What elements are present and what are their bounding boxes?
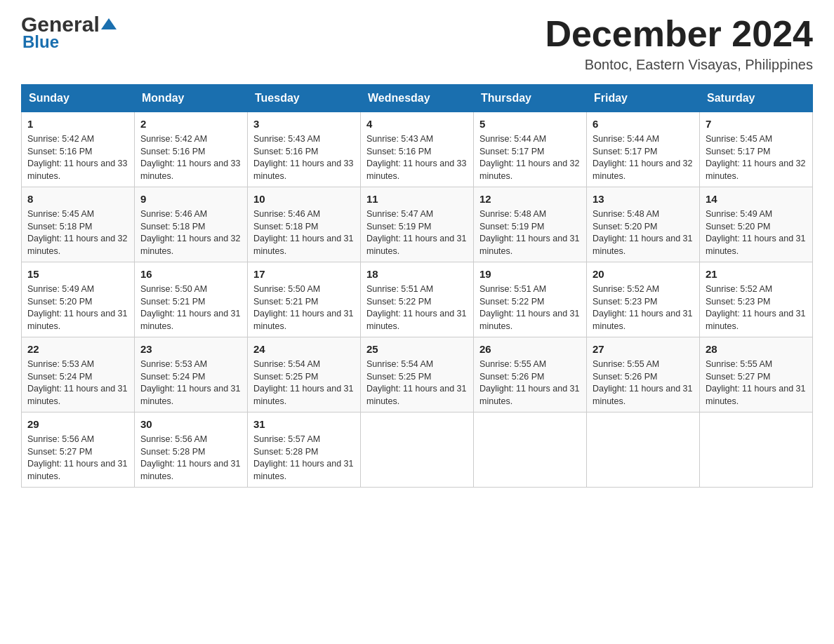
daylight-text: Daylight: 11 hours and 31 minutes. bbox=[479, 233, 581, 257]
sunrise-text: Sunrise: 5:52 AM bbox=[593, 283, 694, 296]
calendar-week-row: 1Sunrise: 5:42 AMSunset: 5:16 PMDaylight… bbox=[22, 112, 813, 187]
sunrise-text: Sunrise: 5:49 AM bbox=[706, 208, 807, 221]
calendar-cell: 13Sunrise: 5:48 AMSunset: 5:20 PMDayligh… bbox=[587, 187, 700, 262]
daylight-text: Daylight: 11 hours and 32 minutes. bbox=[27, 233, 128, 257]
weekday-header-thursday: Thursday bbox=[474, 85, 587, 112]
day-info: Sunrise: 5:47 AMSunset: 5:19 PMDaylight:… bbox=[366, 208, 468, 257]
calendar-cell: 5Sunrise: 5:44 AMSunset: 5:17 PMDaylight… bbox=[474, 112, 587, 187]
calendar-week-row: 22Sunrise: 5:53 AMSunset: 5:24 PMDayligh… bbox=[22, 337, 813, 412]
calendar-cell: 4Sunrise: 5:43 AMSunset: 5:16 PMDaylight… bbox=[361, 112, 474, 187]
daylight-text: Daylight: 11 hours and 33 minutes. bbox=[27, 158, 128, 182]
day-info: Sunrise: 5:55 AMSunset: 5:26 PMDaylight:… bbox=[593, 358, 694, 408]
day-number: 19 bbox=[479, 267, 581, 281]
calendar-week-row: 15Sunrise: 5:49 AMSunset: 5:20 PMDayligh… bbox=[22, 262, 813, 337]
title-section: December 2024 Bontoc, Eastern Visayas, P… bbox=[545, 14, 813, 73]
day-number: 31 bbox=[253, 417, 355, 431]
calendar-cell: 11Sunrise: 5:47 AMSunset: 5:19 PMDayligh… bbox=[361, 187, 474, 262]
day-info: Sunrise: 5:46 AMSunset: 5:18 PMDaylight:… bbox=[140, 208, 241, 257]
logo-icon bbox=[101, 15, 117, 31]
weekday-header-wednesday: Wednesday bbox=[361, 85, 474, 112]
daylight-text: Daylight: 11 hours and 31 minutes. bbox=[706, 233, 807, 257]
day-number: 7 bbox=[706, 116, 807, 131]
logo-blue: Blue bbox=[22, 34, 59, 51]
sunset-text: Sunset: 5:21 PM bbox=[253, 296, 355, 309]
sunset-text: Sunset: 5:18 PM bbox=[27, 221, 128, 234]
calendar-cell: 20Sunrise: 5:52 AMSunset: 5:23 PMDayligh… bbox=[587, 262, 700, 337]
svg-marker-0 bbox=[101, 18, 117, 29]
sunset-text: Sunset: 5:25 PM bbox=[253, 371, 355, 384]
day-number: 14 bbox=[706, 192, 807, 206]
daylight-text: Daylight: 11 hours and 33 minutes. bbox=[140, 158, 241, 182]
sunset-text: Sunset: 5:20 PM bbox=[706, 221, 807, 234]
day-info: Sunrise: 5:56 AMSunset: 5:28 PMDaylight:… bbox=[140, 434, 241, 483]
weekday-header-row: SundayMondayTuesdayWednesdayThursdayFrid… bbox=[22, 85, 813, 112]
sunrise-text: Sunrise: 5:56 AM bbox=[27, 434, 128, 446]
calendar-week-row: 8Sunrise: 5:45 AMSunset: 5:18 PMDaylight… bbox=[22, 187, 813, 262]
day-number: 18 bbox=[366, 267, 468, 281]
calendar-cell: 23Sunrise: 5:53 AMSunset: 5:24 PMDayligh… bbox=[135, 337, 248, 412]
sunset-text: Sunset: 5:26 PM bbox=[593, 371, 694, 384]
sunrise-text: Sunrise: 5:50 AM bbox=[140, 283, 241, 296]
day-info: Sunrise: 5:49 AMSunset: 5:20 PMDaylight:… bbox=[706, 208, 807, 257]
daylight-text: Daylight: 11 hours and 32 minutes. bbox=[706, 158, 807, 182]
sunrise-text: Sunrise: 5:45 AM bbox=[706, 133, 807, 146]
day-number: 1 bbox=[27, 116, 128, 131]
sunrise-text: Sunrise: 5:51 AM bbox=[479, 283, 581, 296]
sunrise-text: Sunrise: 5:51 AM bbox=[366, 283, 468, 296]
sunrise-text: Sunrise: 5:57 AM bbox=[253, 434, 355, 446]
day-info: Sunrise: 5:54 AMSunset: 5:25 PMDaylight:… bbox=[366, 358, 468, 408]
day-number: 3 bbox=[253, 116, 355, 131]
daylight-text: Daylight: 11 hours and 31 minutes. bbox=[593, 233, 694, 257]
sunset-text: Sunset: 5:25 PM bbox=[366, 371, 468, 384]
sunrise-text: Sunrise: 5:47 AM bbox=[366, 208, 468, 221]
daylight-text: Daylight: 11 hours and 31 minutes. bbox=[27, 458, 128, 483]
day-info: Sunrise: 5:48 AMSunset: 5:20 PMDaylight:… bbox=[593, 208, 694, 257]
sunset-text: Sunset: 5:24 PM bbox=[140, 371, 241, 384]
sunrise-text: Sunrise: 5:54 AM bbox=[366, 358, 468, 371]
calendar-cell: 26Sunrise: 5:55 AMSunset: 5:26 PMDayligh… bbox=[474, 337, 587, 412]
daylight-text: Daylight: 11 hours and 31 minutes. bbox=[140, 383, 241, 408]
day-number: 17 bbox=[253, 267, 355, 281]
day-info: Sunrise: 5:55 AMSunset: 5:27 PMDaylight:… bbox=[706, 358, 807, 408]
sunset-text: Sunset: 5:22 PM bbox=[366, 296, 468, 309]
sunset-text: Sunset: 5:16 PM bbox=[366, 146, 468, 159]
daylight-text: Daylight: 11 hours and 31 minutes. bbox=[593, 308, 694, 333]
day-number: 10 bbox=[253, 192, 355, 206]
calendar-table: SundayMondayTuesdayWednesdayThursdayFrid… bbox=[21, 84, 813, 488]
sunset-text: Sunset: 5:16 PM bbox=[27, 146, 128, 159]
sunrise-text: Sunrise: 5:55 AM bbox=[593, 358, 694, 371]
day-number: 24 bbox=[253, 342, 355, 356]
calendar-cell: 8Sunrise: 5:45 AMSunset: 5:18 PMDaylight… bbox=[22, 187, 135, 262]
day-number: 22 bbox=[27, 342, 128, 356]
day-info: Sunrise: 5:52 AMSunset: 5:23 PMDaylight:… bbox=[593, 283, 694, 333]
calendar-cell: 17Sunrise: 5:50 AMSunset: 5:21 PMDayligh… bbox=[248, 262, 361, 337]
weekday-header-saturday: Saturday bbox=[700, 85, 813, 112]
daylight-text: Daylight: 11 hours and 33 minutes. bbox=[253, 158, 355, 182]
calendar-cell: 22Sunrise: 5:53 AMSunset: 5:24 PMDayligh… bbox=[22, 337, 135, 412]
daylight-text: Daylight: 11 hours and 31 minutes. bbox=[27, 308, 128, 333]
sunset-text: Sunset: 5:18 PM bbox=[140, 221, 241, 234]
day-number: 25 bbox=[366, 342, 468, 356]
calendar-cell: 25Sunrise: 5:54 AMSunset: 5:25 PMDayligh… bbox=[361, 337, 474, 412]
day-number: 23 bbox=[140, 342, 241, 356]
calendar-cell: 29Sunrise: 5:56 AMSunset: 5:27 PMDayligh… bbox=[22, 412, 135, 488]
day-number: 2 bbox=[140, 116, 241, 131]
logo: General Blue bbox=[21, 14, 117, 51]
day-number: 13 bbox=[593, 192, 694, 206]
sunset-text: Sunset: 5:16 PM bbox=[140, 146, 241, 159]
daylight-text: Daylight: 11 hours and 31 minutes. bbox=[253, 233, 355, 257]
calendar-cell: 6Sunrise: 5:44 AMSunset: 5:17 PMDaylight… bbox=[587, 112, 700, 187]
weekday-header-friday: Friday bbox=[587, 85, 700, 112]
sunset-text: Sunset: 5:27 PM bbox=[27, 446, 128, 459]
day-info: Sunrise: 5:43 AMSunset: 5:16 PMDaylight:… bbox=[366, 133, 468, 182]
sunset-text: Sunset: 5:21 PM bbox=[140, 296, 241, 309]
day-number: 11 bbox=[366, 192, 468, 206]
daylight-text: Daylight: 11 hours and 31 minutes. bbox=[253, 383, 355, 408]
sunset-text: Sunset: 5:17 PM bbox=[593, 146, 694, 159]
sunrise-text: Sunrise: 5:48 AM bbox=[479, 208, 581, 221]
calendar-week-row: 29Sunrise: 5:56 AMSunset: 5:27 PMDayligh… bbox=[22, 412, 813, 488]
sunset-text: Sunset: 5:28 PM bbox=[253, 446, 355, 459]
sunrise-text: Sunrise: 5:50 AM bbox=[253, 283, 355, 296]
day-number: 26 bbox=[479, 342, 581, 356]
daylight-text: Daylight: 11 hours and 31 minutes. bbox=[706, 383, 807, 408]
